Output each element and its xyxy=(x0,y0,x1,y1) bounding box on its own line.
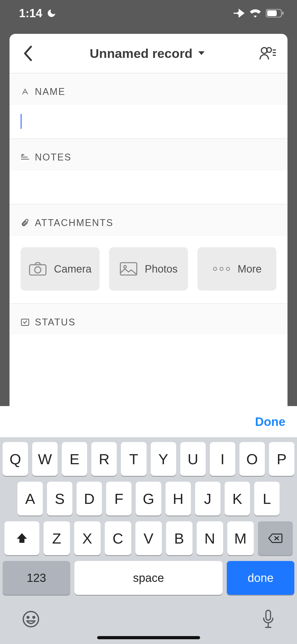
name-input-row[interactable] xyxy=(10,104,287,139)
key-e[interactable]: E xyxy=(62,442,87,476)
attach-photos-label: Photos xyxy=(145,263,178,275)
attach-more-button[interactable]: More xyxy=(197,247,276,291)
battery-icon xyxy=(266,9,284,17)
svg-point-19 xyxy=(23,611,39,627)
svg-point-10 xyxy=(35,267,41,273)
svg-point-20 xyxy=(27,617,29,618)
text-icon xyxy=(21,87,30,96)
photos-icon xyxy=(119,261,138,276)
do-not-disturb-icon xyxy=(46,8,56,18)
key-z[interactable]: Z xyxy=(44,521,70,555)
svg-rect-11 xyxy=(120,263,137,275)
key-space[interactable]: space xyxy=(74,561,223,595)
attach-more-label: More xyxy=(238,263,262,275)
key-backspace[interactable] xyxy=(258,521,293,555)
key-m[interactable]: M xyxy=(227,521,254,555)
attach-camera-button[interactable]: Camera xyxy=(21,247,100,291)
keyboard-done-button[interactable]: Done xyxy=(255,415,285,429)
key-f[interactable]: F xyxy=(106,482,131,516)
key-y[interactable]: Y xyxy=(151,442,176,476)
key-numbers[interactable]: 123 xyxy=(3,561,70,595)
status-time: 1:14 xyxy=(19,7,42,20)
key-r[interactable]: R xyxy=(91,442,117,476)
airplane-mode-icon xyxy=(233,7,245,19)
more-icon xyxy=(212,261,231,276)
key-p[interactable]: P xyxy=(269,442,294,476)
svg-point-15 xyxy=(226,267,229,270)
notes-icon xyxy=(21,153,30,162)
key-w[interactable]: W xyxy=(32,442,58,476)
svg-marker-3 xyxy=(198,51,205,55)
keyboard-toolbar: Done xyxy=(0,406,297,437)
svg-rect-1 xyxy=(267,10,277,16)
attach-photos-button[interactable]: Photos xyxy=(109,247,188,291)
svg-rect-2 xyxy=(282,12,284,15)
key-i[interactable]: I xyxy=(210,442,235,476)
attach-camera-label: Camera xyxy=(54,263,91,275)
emoji-button[interactable] xyxy=(22,610,40,628)
paperclip-icon xyxy=(21,218,30,227)
wifi-icon xyxy=(249,9,261,18)
camera-icon xyxy=(29,261,47,276)
key-n[interactable]: N xyxy=(197,521,223,555)
key-q[interactable]: Q xyxy=(3,442,28,476)
app-header: Unnamed record xyxy=(10,34,287,73)
keyboard-accessory: Done QWERTYUIOP ASDFGHJKL ZXCVBNM 123 sp… xyxy=(0,406,297,644)
key-u[interactable]: U xyxy=(180,442,206,476)
svg-point-14 xyxy=(220,267,223,270)
select-icon xyxy=(21,318,30,327)
key-b[interactable]: B xyxy=(166,521,192,555)
key-k[interactable]: K xyxy=(225,482,250,516)
attachments-buttons-row: Camera Photos More xyxy=(10,235,287,303)
key-shift[interactable] xyxy=(4,521,39,555)
svg-point-12 xyxy=(124,265,126,268)
svg-point-21 xyxy=(33,617,35,618)
status-bar: 1:14 xyxy=(0,0,297,26)
key-g[interactable]: G xyxy=(136,482,161,516)
status-label: STATUS xyxy=(35,317,76,328)
key-a[interactable]: A xyxy=(17,482,43,516)
key-c[interactable]: C xyxy=(105,521,131,555)
status-field-header: STATUS xyxy=(10,303,287,335)
back-button[interactable] xyxy=(20,42,36,65)
key-x[interactable]: X xyxy=(74,521,101,555)
chevron-down-icon xyxy=(198,51,205,56)
notes-label: NOTES xyxy=(35,152,72,163)
key-s[interactable]: S xyxy=(47,482,72,516)
svg-rect-22 xyxy=(266,610,270,620)
svg-point-13 xyxy=(213,267,216,270)
page-title: Unnamed record xyxy=(90,46,192,61)
record-title-dropdown[interactable]: Unnamed record xyxy=(36,46,258,61)
key-h[interactable]: H xyxy=(166,482,191,516)
key-d[interactable]: D xyxy=(77,482,102,516)
name-field-header: NAME xyxy=(10,73,287,104)
attachments-label: ATTACHMENTS xyxy=(35,217,114,228)
key-v[interactable]: V xyxy=(135,521,162,555)
notes-field-header: NOTES xyxy=(10,139,287,170)
dictation-button[interactable] xyxy=(262,610,275,629)
key-o[interactable]: O xyxy=(239,442,265,476)
key-j[interactable]: J xyxy=(195,482,220,516)
notes-input-row[interactable] xyxy=(10,170,287,204)
home-indicator[interactable] xyxy=(97,636,200,639)
attachments-field-header: ATTACHMENTS xyxy=(10,204,287,235)
share-contacts-button[interactable] xyxy=(258,44,277,63)
keyboard: QWERTYUIOP ASDFGHJKL ZXCVBNM 123 space d… xyxy=(0,437,297,644)
name-label: NAME xyxy=(35,86,65,97)
key-l[interactable]: L xyxy=(254,482,280,516)
key-t[interactable]: T xyxy=(121,442,146,476)
key-done[interactable]: done xyxy=(227,561,294,595)
